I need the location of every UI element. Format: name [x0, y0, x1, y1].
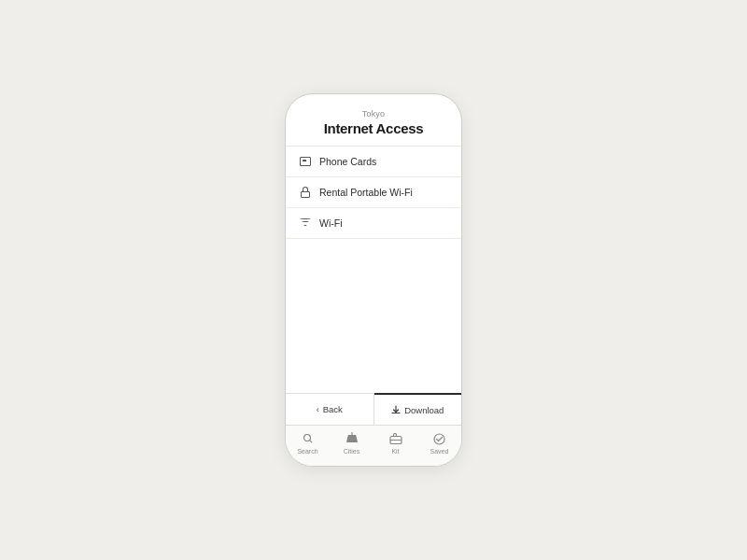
page-title: Internet Access: [299, 120, 448, 136]
cities-tab-label: Cities: [344, 448, 360, 455]
back-chevron-icon: ‹: [317, 405, 319, 414]
svg-marker-2: [347, 435, 357, 438]
back-button[interactable]: ‹ Back: [286, 394, 374, 425]
saved-icon: [432, 431, 447, 446]
phone-content: Tokyo Internet Access Phone Cards: [286, 94, 461, 466]
tab-saved[interactable]: Saved: [417, 429, 461, 455]
svg-marker-3: [346, 438, 358, 442]
phone-frame: Tokyo Internet Access Phone Cards: [285, 93, 462, 467]
download-button[interactable]: Download: [374, 393, 462, 425]
tab-search[interactable]: Search: [286, 429, 330, 455]
kit-tab-label: Kit: [391, 448, 399, 455]
cities-icon: [345, 431, 359, 446]
empty-content: [286, 270, 461, 393]
tab-kit[interactable]: Kit: [374, 429, 417, 455]
saved-tab-label: Saved: [430, 448, 449, 455]
kit-icon: [388, 431, 403, 446]
rental-wifi-icon: [299, 186, 312, 199]
menu-item-phone-cards[interactable]: Phone Cards: [286, 147, 461, 177]
menu-item-wifi[interactable]: Wi-Fi: [286, 208, 461, 239]
phone-cards-label: Phone Cards: [319, 156, 376, 167]
phone-card-icon: [299, 155, 312, 168]
download-icon: [391, 405, 401, 414]
bottom-actions: ‹ Back Download: [286, 393, 461, 425]
page-header: Tokyo Internet Access: [286, 94, 461, 147]
back-label: Back: [323, 404, 343, 414]
wifi-label: Wi-Fi: [319, 217, 343, 229]
search-icon: [301, 431, 316, 446]
tab-bar: Search Cities: [286, 425, 461, 466]
rental-wifi-label: Rental Portable Wi-Fi: [319, 187, 413, 198]
city-label: Tokyo: [299, 109, 448, 119]
menu-item-rental-wifi[interactable]: Rental Portable Wi-Fi: [286, 177, 461, 208]
tab-cities[interactable]: Cities: [330, 429, 374, 455]
menu-list: Phone Cards Rental Portable Wi-Fi: [286, 147, 461, 270]
wifi-icon: [299, 217, 312, 230]
svg-point-6: [434, 434, 444, 444]
search-tab-label: Search: [297, 448, 317, 455]
download-label: Download: [404, 405, 444, 415]
